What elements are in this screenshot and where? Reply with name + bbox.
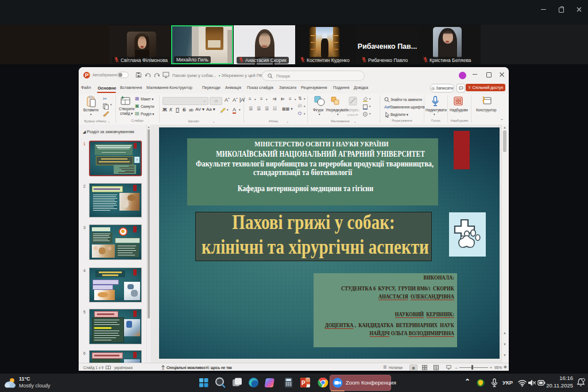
svg-text:P: P: [85, 72, 88, 78]
svg-text:P: P: [301, 380, 305, 386]
